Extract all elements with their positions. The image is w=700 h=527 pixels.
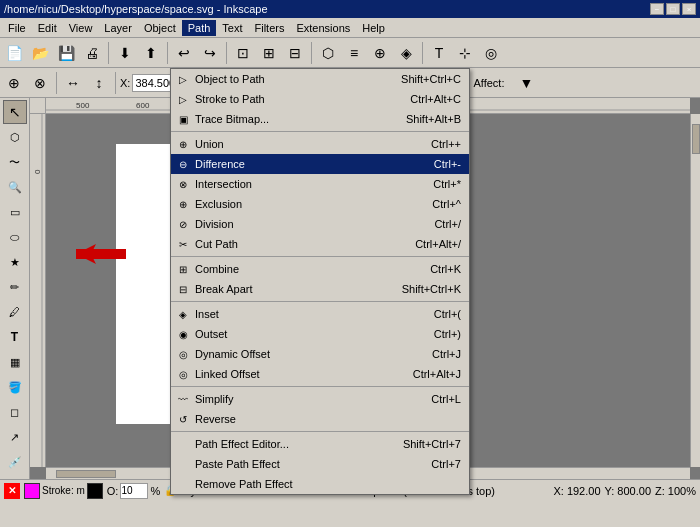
sep-1	[171, 131, 469, 132]
zoom-page-button[interactable]: ⊞	[257, 41, 281, 65]
path-menu: ▷ Object to Path Shift+Ctrl+C ▷ Stroke t…	[170, 68, 470, 495]
menu-dynamic-offset[interactable]: ◎ Dynamic Offset Ctrl+J	[171, 344, 469, 364]
transform-button[interactable]: ⊕	[368, 41, 392, 65]
stroke-to-path-label: Stroke to Path	[195, 93, 265, 105]
menu-break-apart[interactable]: ⊟ Break Apart Shift+Ctrl+K	[171, 279, 469, 299]
menu-linked-offset[interactable]: ◎ Linked Offset Ctrl+Alt+J	[171, 364, 469, 384]
opacity-input[interactable]	[120, 483, 148, 499]
svg-text:0: 0	[33, 169, 42, 174]
dynamic-offset-label: Dynamic Offset	[195, 348, 270, 360]
menu-paste-path-effect[interactable]: Paste Path Effect Ctrl+7	[171, 454, 469, 474]
redo-button[interactable]: ↪	[198, 41, 222, 65]
menu-outset[interactable]: ◉ Outset Ctrl+)	[171, 324, 469, 344]
selector-tool-button[interactable]: ↖	[3, 100, 27, 124]
star-tool-button[interactable]: ★	[3, 250, 27, 274]
fill-label: Stroke: m	[42, 485, 85, 496]
menu-layer[interactable]: Layer	[98, 20, 138, 36]
dropper-tool-button[interactable]: 💉	[3, 450, 27, 474]
maximize-button[interactable]: □	[666, 3, 680, 15]
menu-path[interactable]: Path	[182, 20, 217, 36]
menu-object-to-path[interactable]: ▷ Object to Path Shift+Ctrl+C	[171, 69, 469, 89]
affect-dropdown[interactable]: ▼	[506, 71, 546, 95]
xml-button[interactable]: ◈	[394, 41, 418, 65]
print-button[interactable]: 🖨	[80, 41, 104, 65]
zoom-fit-button[interactable]: ⊡	[231, 41, 255, 65]
trace-bitmap-icon: ▣	[175, 111, 191, 127]
menu-text[interactable]: Text	[216, 20, 248, 36]
menu-object[interactable]: Object	[138, 20, 182, 36]
remove-path-effect-icon	[175, 476, 191, 492]
zoom-draw-button[interactable]: ⊟	[283, 41, 307, 65]
menu-edit[interactable]: Edit	[32, 20, 63, 36]
menu-file[interactable]: File	[2, 20, 32, 36]
dynamic-offset-shortcut: Ctrl+J	[432, 348, 461, 360]
svg-text:500: 500	[76, 101, 90, 110]
trace-bitmap-shortcut: Shift+Alt+B	[406, 113, 461, 125]
sep-3	[171, 301, 469, 302]
break-apart-label: Break Apart	[195, 283, 252, 295]
undo-button[interactable]: ↩	[172, 41, 196, 65]
menu-reverse[interactable]: ↺ Reverse	[171, 409, 469, 429]
menu-help[interactable]: Help	[356, 20, 391, 36]
menu-simplify[interactable]: 〰 Simplify Ctrl+L	[171, 389, 469, 409]
gradient-tool-button[interactable]: ▦	[3, 350, 27, 374]
close-button[interactable]: ×	[682, 3, 696, 15]
menu-union[interactable]: ⊕ Union Ctrl++	[171, 134, 469, 154]
fill-tool-button[interactable]: 🪣	[3, 375, 27, 399]
menu-division[interactable]: ⊘ Division Ctrl+/	[171, 214, 469, 234]
x-button[interactable]: ✕	[4, 483, 20, 499]
menu-path-effect-editor[interactable]: Path Effect Editor... Shift+Ctrl+7	[171, 434, 469, 454]
reverse-icon: ↺	[175, 411, 191, 427]
text-tool-button[interactable]: T	[3, 325, 27, 349]
minimize-button[interactable]: −	[650, 3, 664, 15]
menu-intersection[interactable]: ⊗ Intersection Ctrl+*	[171, 174, 469, 194]
import-button[interactable]: ⬇	[113, 41, 137, 65]
fill-swatch	[24, 483, 40, 499]
connector-tool-button[interactable]: ↗	[3, 425, 27, 449]
menu-cut-path[interactable]: ✂ Cut Path Ctrl+Alt+/	[171, 234, 469, 254]
menu-difference[interactable]: ⊖ Difference Ctrl+-	[171, 154, 469, 174]
right-scrollbar[interactable]	[690, 114, 700, 467]
division-shortcut: Ctrl+/	[434, 218, 461, 230]
new-button[interactable]: 📄	[2, 41, 26, 65]
node-tool-button[interactable]: ⬡	[3, 125, 27, 149]
menu-remove-path-effect[interactable]: Remove Path Effect	[171, 474, 469, 494]
snap-button[interactable]: ◎	[479, 41, 503, 65]
menu-inset[interactable]: ◈ Inset Ctrl+(	[171, 304, 469, 324]
menu-stroke-to-path[interactable]: ▷ Stroke to Path Ctrl+Alt+C	[171, 89, 469, 109]
menu-combine[interactable]: ⊞ Combine Ctrl+K	[171, 259, 469, 279]
transform-y-button[interactable]: ⊗	[28, 71, 52, 95]
pencil-tool-button[interactable]: ✏	[3, 275, 27, 299]
sep4	[311, 42, 312, 64]
simplify-icon: 〰	[175, 391, 191, 407]
menu-view[interactable]: View	[63, 20, 99, 36]
svg-text:600: 600	[136, 101, 150, 110]
pen-tool-button[interactable]: 🖊	[3, 300, 27, 324]
stroke-to-path-shortcut: Ctrl+Alt+C	[410, 93, 461, 105]
text-style-button[interactable]: T	[427, 41, 451, 65]
node-editor-button[interactable]: ⬡	[316, 41, 340, 65]
flip-h-button[interactable]: ↔	[61, 71, 85, 95]
save-button[interactable]: 💾	[54, 41, 78, 65]
flip-v-button[interactable]: ↕	[87, 71, 111, 95]
transform-x-button[interactable]: ⊕	[2, 71, 26, 95]
inset-label: Inset	[195, 308, 219, 320]
guides-button[interactable]: ⊹	[453, 41, 477, 65]
zoom-tool-button[interactable]: 🔍	[3, 175, 27, 199]
menu-extensions[interactable]: Extensions	[290, 20, 356, 36]
menu-filters[interactable]: Filters	[249, 20, 291, 36]
open-button[interactable]: 📂	[28, 41, 52, 65]
menu-trace-bitmap[interactable]: ▣ Trace Bitmap... Shift+Alt+B	[171, 109, 469, 129]
export-button[interactable]: ⬆	[139, 41, 163, 65]
ruler-left: 0	[30, 114, 46, 467]
align-button[interactable]: ≡	[342, 41, 366, 65]
menu-exclusion[interactable]: ⊕ Exclusion Ctrl+^	[171, 194, 469, 214]
rect-tool-button[interactable]: ▭	[3, 200, 27, 224]
union-label: Union	[195, 138, 224, 150]
eraser-tool-button[interactable]: ◻	[3, 400, 27, 424]
paste-path-effect-icon	[175, 456, 191, 472]
linked-offset-icon: ◎	[175, 366, 191, 382]
object-to-path-icon: ▷	[175, 71, 191, 87]
tweak-tool-button[interactable]: 〜	[3, 150, 27, 174]
ellipse-tool-button[interactable]: ⬭	[3, 225, 27, 249]
